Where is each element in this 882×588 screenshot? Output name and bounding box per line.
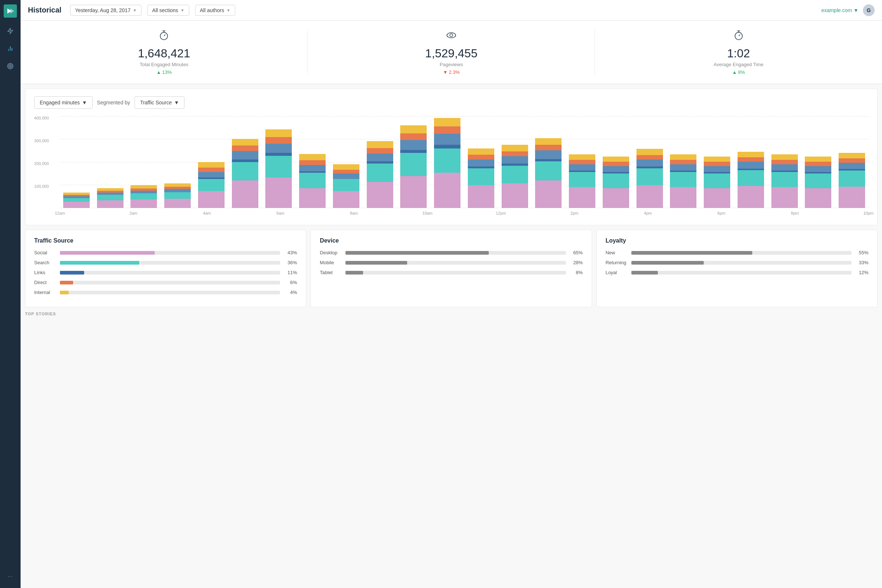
internal-segment	[838, 153, 865, 158]
bar-group	[431, 116, 464, 208]
metric-bar-fill	[60, 251, 155, 255]
x-label: 6pm	[717, 209, 725, 215]
direct-segment	[670, 160, 696, 164]
metric-bar-bg	[345, 261, 566, 265]
x-label: 8pm	[791, 209, 799, 215]
metric-row: Returning33%	[606, 260, 868, 266]
metric-row: Internal4%	[34, 290, 297, 295]
top-stories-label: TOP STORIES	[21, 312, 882, 321]
search-segment	[468, 168, 494, 185]
stat-avg-engaged-time: 1:02 Average Engaged Time ▲ 8%	[595, 29, 882, 75]
chevron-down-icon: ▼	[82, 100, 87, 105]
engaged-minutes-label: Total Engaged Minutes	[140, 62, 188, 67]
bar-group	[566, 116, 598, 208]
bar-group	[262, 116, 296, 208]
metric-label: Desktop	[320, 250, 342, 255]
social-segment	[468, 185, 494, 208]
links-segment	[670, 164, 696, 171]
traffic-source-card: Traffic Source Social43%Search36%Links11…	[25, 230, 306, 307]
internal-segment	[434, 118, 460, 126]
sidebar-icon-chart[interactable]	[3, 41, 18, 56]
metric-label: Direct	[34, 280, 56, 285]
search-segment	[367, 164, 393, 182]
loyalty-card: Loyalty New55%Returning33%Loyal12%	[597, 230, 878, 307]
links-segment	[636, 159, 663, 166]
svg-point-12	[447, 33, 456, 38]
logo[interactable]	[4, 4, 17, 18]
metric-bar-fill	[632, 271, 658, 274]
device-title: Device	[320, 237, 582, 244]
x-label: 12pm	[496, 209, 506, 215]
chevron-down-icon: ▼	[174, 100, 179, 105]
svg-line-17	[739, 34, 740, 36]
social-segment	[367, 182, 393, 208]
bar-group	[397, 116, 430, 208]
metric-bar-bg	[632, 261, 852, 265]
metric-bar-bg	[60, 281, 280, 285]
dark-segment	[535, 159, 561, 162]
metric-bar-fill	[345, 261, 407, 265]
search-segment	[704, 174, 730, 188]
chevron-down-icon: ▼	[226, 8, 230, 12]
links-segment	[333, 174, 359, 179]
bar-group	[734, 116, 767, 208]
sidebar-icon-target[interactable]	[3, 59, 18, 74]
sidebar-icon-lightning[interactable]	[3, 24, 18, 38]
search-segment	[299, 173, 326, 188]
chevron-down-icon: ▼	[133, 8, 137, 12]
stopwatch-icon	[158, 29, 170, 44]
metric-bar-bg	[60, 251, 280, 255]
bar-group	[229, 116, 262, 208]
search-segment	[198, 179, 225, 191]
author-filter-dropdown[interactable]: All authors ▼	[195, 5, 235, 16]
bar-group	[465, 116, 498, 208]
social-segment	[232, 180, 258, 208]
metric-pct: 4%	[284, 290, 297, 295]
internal-segment	[198, 162, 225, 168]
metric-bar-fill	[345, 251, 489, 255]
metric-dropdown[interactable]: Engaged minutes ▼	[34, 96, 93, 109]
search-segment	[266, 156, 292, 177]
metric-label: Social	[34, 250, 56, 255]
links-segment	[130, 191, 157, 193]
bar-group	[768, 116, 801, 208]
section-filter-dropdown[interactable]: All sections ▼	[147, 5, 189, 16]
links-segment	[468, 159, 494, 166]
social-segment	[704, 188, 730, 208]
social-segment	[838, 187, 865, 208]
links-segment	[299, 165, 326, 171]
links-segment	[198, 172, 225, 177]
social-segment	[569, 187, 596, 208]
social-segment	[97, 200, 123, 208]
domain-selector[interactable]: example.com ▼	[821, 8, 858, 13]
pageviews-value: 1,529,455	[425, 46, 477, 60]
links-segment	[535, 150, 561, 159]
metric-bar-bg	[632, 271, 852, 274]
metric-label: Loyal	[606, 270, 628, 275]
search-segment	[333, 179, 359, 191]
bar-group	[296, 116, 329, 208]
links-segment	[771, 164, 798, 171]
social-segment	[771, 187, 798, 208]
internal-segment	[738, 152, 764, 157]
loyalty-title: Loyalty	[606, 237, 868, 244]
chart-controls: Engaged minutes ▼ Segmented by Traffic S…	[34, 96, 868, 109]
direct-segment	[164, 187, 191, 189]
internal-segment	[333, 164, 359, 170]
avatar[interactable]: G	[863, 4, 874, 16]
content-area: 1,648,421 Total Engaged Minutes ▲ 13% 1,…	[21, 21, 882, 588]
svg-point-6	[9, 64, 12, 68]
segment-dropdown[interactable]: Traffic Source ▼	[135, 96, 184, 109]
bar-group	[633, 116, 666, 208]
metric-pct: 12%	[855, 270, 868, 275]
social-segment	[333, 191, 359, 208]
date-filter-dropdown[interactable]: Yesterday, Aug 28, 2017 ▼	[70, 5, 141, 16]
direct-segment	[603, 162, 629, 166]
engaged-minutes-change: ▲ 13%	[156, 69, 172, 75]
metric-bar-fill	[60, 271, 84, 274]
metric-row: Direct6%	[34, 280, 297, 285]
direct-segment	[502, 152, 528, 156]
metric-pct: 43%	[284, 250, 297, 255]
sidebar-icon-more[interactable]: ···	[3, 569, 18, 584]
bar-group	[599, 116, 633, 208]
